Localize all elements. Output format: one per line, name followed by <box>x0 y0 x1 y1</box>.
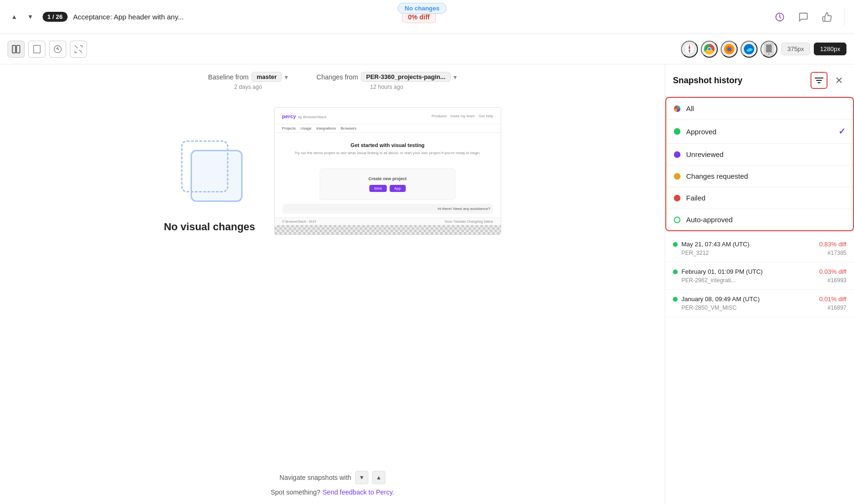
navigate-label: Navigate snapshots with ▼ ▲ <box>279 471 385 484</box>
filter-auto-approved[interactable]: Auto-approved <box>666 209 853 230</box>
filter-changes-requested[interactable]: Changes requested <box>666 165 853 187</box>
history-item-top: January 08, 09:49 AM (UTC) 0.01% diff <box>673 295 846 303</box>
changes-label: Changes from PER-3360_projects-pagin... … <box>316 72 457 90</box>
history-item-top: May 21, 07:43 AM (UTC) 0.83% diff <box>673 241 846 248</box>
percy-tagline: by BrowserStack <box>298 115 326 119</box>
no-changes-placeholder: No visual changes <box>164 107 255 233</box>
nav-arrows: ▲ ▼ <box>8 10 37 24</box>
edge-browser-btn[interactable] <box>741 41 758 58</box>
story-title: Acceptance: App header with any... <box>73 13 396 21</box>
navigate-text: Navigate snapshots with <box>279 474 351 481</box>
filter-changes-requested-label: Changes requested <box>686 172 845 180</box>
toggle-view-btn[interactable] <box>70 41 87 58</box>
nav-down-pill[interactable]: ▼ <box>355 471 368 484</box>
history-item[interactable]: May 21, 07:43 AM (UTC) 0.83% diff PER_32… <box>665 235 854 262</box>
percy-hero: Get started with visual testing Try out … <box>275 133 501 165</box>
filter-unreviewed[interactable]: Unreviewed <box>666 144 853 165</box>
auto-approved-dot <box>674 217 680 223</box>
baseline-label: Baseline from master ▾ 2 days ago <box>208 72 288 90</box>
width-375-pill[interactable]: 375px <box>781 43 810 55</box>
no-changes-badge: No changes <box>398 3 447 14</box>
percy-header: percy by BrowserStack Products Invite my… <box>275 108 501 124</box>
chrome-browser-btn[interactable] <box>701 41 718 58</box>
history-item[interactable]: January 08, 09:49 AM (UTC) 0.01% diff PE… <box>665 290 854 317</box>
percy-card: Create new project Web App <box>320 168 455 200</box>
approved-check: ✓ <box>838 126 845 137</box>
navigate-row: Navigate snapshots with ▼ ▲ Spot somethi… <box>0 463 665 504</box>
history-diff: 0.01% diff <box>819 295 846 303</box>
filter-all[interactable]: All <box>666 98 853 120</box>
filter-approved-label: Approved <box>686 128 833 136</box>
history-meta: PER-2962_integrati... #16993 <box>673 277 846 284</box>
card-front-shape <box>191 150 243 202</box>
percy-footer-copyright: © BrowserStack · 2024 <box>282 220 316 223</box>
close-panel-button[interactable]: ✕ <box>831 73 846 88</box>
history-dot <box>673 297 678 302</box>
baseline-arrow[interactable]: ▾ <box>285 73 288 81</box>
width-1280-pill[interactable]: 1280px <box>814 43 846 55</box>
approved-dot <box>674 128 680 135</box>
history-date-text: February 01, 01:09 PM (UTC) <box>681 268 763 275</box>
history-icon-btn[interactable] <box>770 8 789 26</box>
history-dot <box>673 242 678 247</box>
filter-failed[interactable]: Failed <box>666 187 853 209</box>
history-branch: PER-2962_integrati... <box>681 277 736 284</box>
percy-web-btn: Web <box>369 185 386 192</box>
changes-text: Changes from <box>316 73 358 81</box>
second-bar: 375px 1280px <box>0 34 854 64</box>
svg-rect-3 <box>34 45 40 53</box>
panel-title: Snapshot history <box>673 76 742 86</box>
history-date-text: January 08, 09:49 AM (UTC) <box>681 295 759 303</box>
comment-icon-btn[interactable] <box>794 8 813 26</box>
percy-chat-text: Hi there! Need any assistance? <box>437 207 490 211</box>
checkerboard-pattern <box>275 225 501 235</box>
history-date: January 08, 09:49 AM (UTC) <box>673 295 759 303</box>
nav-up-pill[interactable]: ▲ <box>372 471 385 484</box>
svg-point-19 <box>768 53 769 54</box>
baseline-bar: Baseline from master ▾ 2 days ago Change… <box>0 64 665 98</box>
mobile-browser-btn[interactable] <box>760 41 777 58</box>
nav-invite: Invite my team <box>450 114 475 118</box>
filter-button[interactable] <box>810 72 828 89</box>
history-date: May 21, 07:43 AM (UTC) <box>673 241 749 248</box>
history-build: #16993 <box>828 277 846 284</box>
failed-dot <box>674 195 680 201</box>
filter-approved[interactable]: Approved ✓ <box>666 120 853 144</box>
history-diff: 0.03% diff <box>819 268 846 275</box>
history-branch: PER_3212 <box>681 250 709 256</box>
changes-branch: PER-3360_projects-pagin... <box>361 72 451 82</box>
single-view-btn[interactable] <box>28 41 45 58</box>
diff-view-btn[interactable] <box>49 41 66 58</box>
history-build: #16897 <box>828 304 846 311</box>
panel-header: Snapshot history ✕ <box>665 64 854 97</box>
percy-subnav: Projects Usage Integrations Browsers <box>275 124 501 133</box>
filter-failed-label: Failed <box>686 194 845 202</box>
spot-something-text: Spot something? <box>270 488 320 496</box>
history-date: February 01, 01:09 PM (UTC) <box>673 268 763 275</box>
svg-point-12 <box>708 48 711 51</box>
changes-time: 12 hours ago <box>370 84 403 90</box>
nav-products: Products <box>432 114 447 118</box>
percy-footer: © BrowserStack · 2024 Docs Tutorials Cha… <box>275 217 501 225</box>
changes-arrow[interactable]: ▾ <box>453 73 457 81</box>
baseline-branch: master <box>252 72 282 82</box>
baseline-text: Baseline from <box>208 73 249 81</box>
firefox-browser-btn[interactable] <box>721 41 738 58</box>
history-meta: PER_3212 #17385 <box>673 250 846 256</box>
filter-unreviewed-label: Unreviewed <box>686 150 845 158</box>
unreviewed-dot <box>674 151 680 158</box>
split-view-btn[interactable] <box>8 41 25 58</box>
filter-auto-approved-label: Auto-approved <box>686 216 845 224</box>
browser-icons <box>681 41 777 58</box>
feedback-link[interactable]: Send feedback to Percy. <box>322 488 394 496</box>
nav-down-button[interactable]: ▼ <box>24 10 37 24</box>
nav-up-button[interactable]: ▲ <box>8 10 21 24</box>
panel-header-actions: ✕ <box>810 72 846 89</box>
svg-rect-2 <box>17 45 20 53</box>
approve-icon-btn[interactable] <box>818 8 837 26</box>
history-item[interactable]: February 01, 01:09 PM (UTC) 0.03% diff P… <box>665 262 854 290</box>
safari-browser-btn[interactable] <box>681 41 698 58</box>
percy-card-title: Create new project <box>328 176 447 181</box>
svg-rect-18 <box>766 44 772 52</box>
history-branch: PER-2850_VM_MISC <box>681 304 737 311</box>
